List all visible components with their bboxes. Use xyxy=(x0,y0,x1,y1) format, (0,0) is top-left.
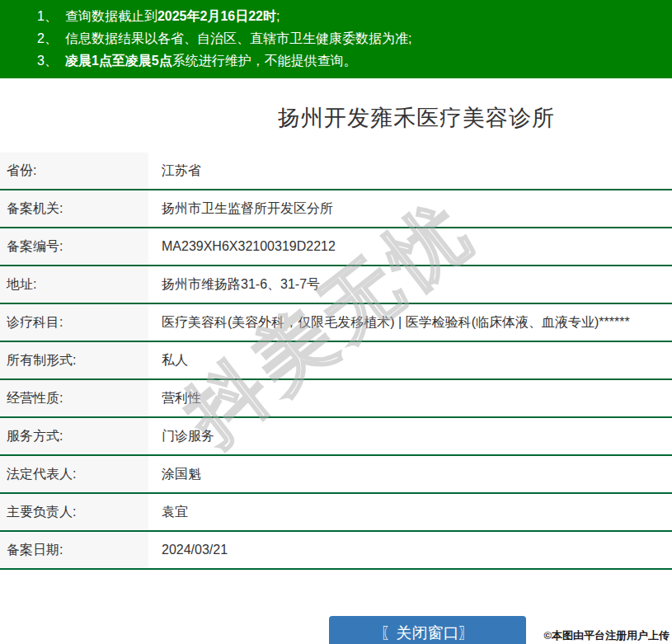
table-row: 主要负责人:袁宜 xyxy=(0,494,672,532)
row-label: 主要负责人: xyxy=(0,494,148,530)
row-value: 2024/03/21 xyxy=(148,532,672,568)
row-label: 所有制形式: xyxy=(0,342,148,378)
row-value: 扬州市卫生监督所开发区分所 xyxy=(148,190,672,227)
row-label: 法定代表人: xyxy=(0,456,148,492)
row-label: 地址: xyxy=(0,266,148,303)
row-label: 经营性质: xyxy=(0,380,148,416)
info-table: 省份:江苏省备案机关:扬州市卫生监督所开发区分所备案编号:MA239XH6X32… xyxy=(0,153,672,570)
table-row: 备案日期:2024/03/21 xyxy=(0,532,672,570)
notice-text-segment: 2025年2月16日22时 xyxy=(157,9,276,23)
table-row: 法定代表人:涂国魁 xyxy=(0,456,672,494)
row-value: 扬州市维扬路31-6、31-7号 xyxy=(148,266,672,303)
table-row: 地址:扬州市维扬路31-6、31-7号 xyxy=(0,266,672,304)
row-label: 备案编号: xyxy=(0,228,148,265)
table-row: 备案编号:MA239XH6X32100319D2212 xyxy=(0,228,672,266)
table-row: 省份:江苏省 xyxy=(0,153,672,190)
notice-text-segment: 信息数据结果以各省、自治区、直辖市卫生健康委数据为准; xyxy=(65,31,411,45)
table-row: 经营性质:营利性 xyxy=(0,380,672,418)
copyright-stamp: ©本图由平台注册用户上传 xyxy=(543,628,670,643)
notice-text-segment: 系统进行维护，不能提供查询。 xyxy=(172,54,357,68)
notice-line-number: 3、 xyxy=(37,54,58,68)
row-label: 备案机关: xyxy=(0,190,148,227)
row-value: 营利性 xyxy=(148,380,672,416)
notice-line: 1、查询数据截止到2025年2月16日22时; xyxy=(37,5,664,27)
row-value: 江苏省 xyxy=(148,153,672,189)
row-value: 涂国魁 xyxy=(148,456,672,492)
row-value: 袁宜 xyxy=(148,494,672,530)
table-row: 服务方式:门诊服务 xyxy=(0,418,672,456)
row-value: 门诊服务 xyxy=(148,418,672,454)
row-label: 诊疗科目: xyxy=(0,304,148,341)
notice-line-number: 2、 xyxy=(37,31,58,45)
table-row: 所有制形式:私人 xyxy=(0,342,672,380)
notice-text-segment: ; xyxy=(276,9,280,23)
notice-text-segment: 凌晨1点至凌晨5点 xyxy=(65,54,172,68)
notice-line-number: 1、 xyxy=(37,9,58,23)
page-title: 扬州开发雍禾医疗美容诊所 xyxy=(161,103,672,133)
notice-text-segment: 查询数据截止到 xyxy=(65,9,157,23)
row-label: 备案日期: xyxy=(0,532,148,568)
row-label: 服务方式: xyxy=(0,418,148,454)
row-value: 医疗美容科(美容外科，仅限毛发移植术) | 医学检验科(临床体液、血液专业)**… xyxy=(148,304,672,341)
notice-banner: 1、查询数据截止到2025年2月16日22时;2、信息数据结果以各省、自治区、直… xyxy=(0,0,672,78)
row-value: MA239XH6X32100319D2212 xyxy=(148,228,672,265)
table-row: 诊疗科目:医疗美容科(美容外科，仅限毛发移植术) | 医学检验科(临床体液、血液… xyxy=(0,304,672,342)
table-row: 备案机关:扬州市卫生监督所开发区分所 xyxy=(0,190,672,228)
notice-line: 3、凌晨1点至凌晨5点系统进行维护，不能提供查询。 xyxy=(37,49,664,72)
row-value: 私人 xyxy=(148,342,672,378)
row-label: 省份: xyxy=(0,153,148,189)
close-window-button[interactable]: 〖关闭窗口〗 xyxy=(329,616,526,644)
notice-line: 2、信息数据结果以各省、自治区、直辖市卫生健康委数据为准; xyxy=(37,27,664,49)
